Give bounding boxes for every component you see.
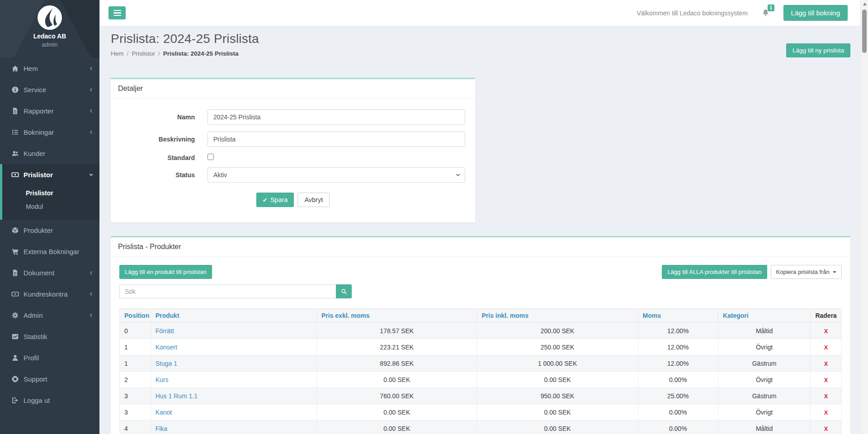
user-icon xyxy=(11,354,19,362)
col-kategori[interactable]: Kategori xyxy=(718,309,810,323)
sidebar-item-admin[interactable]: Admin xyxy=(0,305,99,326)
product-link[interactable]: Förrätt xyxy=(156,327,174,335)
sidebar-item-logga-ut[interactable]: Logga ut xyxy=(0,390,99,411)
add-new-pricelist-button[interactable]: Lägg till ny prislista xyxy=(786,43,850,57)
sidebar-item-label: Logga ut xyxy=(24,396,50,404)
sidebar-subitem-modul[interactable]: Modul xyxy=(2,200,99,213)
cell-price-excl: 0.00 SEK xyxy=(316,420,477,434)
cell-position: 2 xyxy=(120,372,151,388)
col-radera: Radera xyxy=(811,309,842,323)
table-row: 2 Kurs 0.00 SEK 0.00 SEK 0.00% Övrigt X xyxy=(120,372,842,388)
product-link[interactable]: Kurs xyxy=(156,376,169,383)
caret-down-icon xyxy=(833,271,836,273)
product-link[interactable]: Kanot xyxy=(156,409,172,416)
search-button[interactable] xyxy=(336,284,352,298)
delete-row-button[interactable]: X xyxy=(824,360,828,367)
name-label: Namn xyxy=(117,113,208,121)
cell-vat: 12.00% xyxy=(638,355,718,372)
status-label: Status xyxy=(117,171,208,179)
product-link[interactable]: Hus 1 Rum 1.1 xyxy=(156,392,198,400)
product-search xyxy=(119,284,352,298)
content-header: Prislista: 2024-25 Prislista Hem/Prislis… xyxy=(111,30,850,57)
products-panel-title: Prislista - Produkter xyxy=(111,237,850,257)
col-produkt[interactable]: Produkt xyxy=(151,309,316,323)
sidebar-item-support[interactable]: Support xyxy=(0,368,99,390)
delete-row-button[interactable]: X xyxy=(824,377,828,383)
add-all-products-button[interactable]: Lägg till ALLA produkter till prislistan xyxy=(662,265,767,279)
table-row: 1 Stuga 1 892.86 SEK 1 000.00 SEK 12.00%… xyxy=(120,355,842,372)
topbar: Välkommen till Ledaco bokningssystem 1 L… xyxy=(99,0,868,26)
cell-position: 1 xyxy=(120,355,151,372)
sidebar-item-label: Support xyxy=(24,375,47,383)
sidebar-item-prislistor[interactable]: Prislistor xyxy=(2,164,99,185)
description-label: Beskrivning xyxy=(117,136,208,143)
sidebar-item-dokument[interactable]: Dokument xyxy=(0,262,99,283)
sidebar-item-label: Externa Bokningar xyxy=(24,248,79,255)
sidebar-item-externa-bokningar[interactable]: Externa Bokningar xyxy=(0,241,99,262)
breadcrumb-home[interactable]: Hem xyxy=(111,50,124,57)
sidebar-item-kundreskontra[interactable]: Kundreskontra xyxy=(0,283,99,305)
delete-row-button[interactable]: X xyxy=(824,328,828,335)
sidebar-item-kunder[interactable]: Kunder xyxy=(0,143,99,164)
sidebar-item-label: Profil xyxy=(24,354,39,362)
pricelist-products-panel: Prislista - Produkter Lägg till en produ… xyxy=(111,236,850,434)
sidebar-item-label: Hem xyxy=(24,65,38,72)
cell-price-excl: 0.00 SEK xyxy=(316,372,477,388)
product-link[interactable]: Konsert xyxy=(156,344,177,351)
delete-row-button[interactable]: X xyxy=(824,425,828,432)
breadcrumb-prislistor[interactable]: Prislistor xyxy=(132,50,155,57)
status-select[interactable]: Aktiv xyxy=(208,167,465,183)
sidebar: Ledaco AB admin Hem Service Rapporter Bo… xyxy=(0,0,99,434)
add-product-button[interactable]: Lägg till en produkt till prislistan xyxy=(119,265,212,279)
brand-box: Ledaco AB admin xyxy=(0,0,99,58)
save-button[interactable]: ✔Spara xyxy=(256,193,294,207)
cell-price-excl: 760.00 SEK xyxy=(316,388,477,404)
document-icon xyxy=(11,269,19,277)
delete-row-button[interactable]: X xyxy=(824,344,828,351)
copy-pricelist-dropdown[interactable]: Kopiera prislista från xyxy=(771,265,842,279)
sidebar-item-bokningar[interactable]: Bokningar xyxy=(0,122,99,143)
vertical-scrollbar[interactable] xyxy=(860,0,868,434)
col-position[interactable]: Position xyxy=(120,309,151,323)
scroll-up-arrow-icon[interactable] xyxy=(863,3,867,5)
sidebar-item-profil[interactable]: Profil xyxy=(0,347,99,368)
sidebar-item-hem[interactable]: Hem xyxy=(0,58,99,79)
cell-category: Gästrum xyxy=(718,388,810,404)
standard-checkbox[interactable] xyxy=(208,154,214,160)
col-moms[interactable]: Moms xyxy=(638,309,718,323)
banknote-icon xyxy=(11,290,19,298)
sidebar-treeview-prislistor: Prislistor Prislistor Modul xyxy=(0,164,99,220)
product-link[interactable]: Fika xyxy=(156,425,167,432)
delete-row-button[interactable]: X xyxy=(824,393,828,400)
cell-position: 3 xyxy=(120,388,151,404)
sidebar-item-service[interactable]: Service xyxy=(0,79,99,100)
sidebar-item-statistik[interactable]: Statistik xyxy=(0,326,99,347)
description-field[interactable] xyxy=(208,132,465,147)
sidebar-toggle-button[interactable] xyxy=(108,6,126,19)
details-panel-title: Detaljer xyxy=(111,79,475,99)
sidebar-nav: Hem Service Rapporter Bokningar Kunder P… xyxy=(0,58,99,411)
add-booking-button[interactable]: Lägg till bokning xyxy=(783,5,848,21)
notifications-button[interactable]: 1 xyxy=(760,7,771,19)
sidebar-item-rapporter[interactable]: Rapporter xyxy=(0,100,99,122)
col-pris-inkl[interactable]: Pris inkl. moms xyxy=(477,309,638,323)
scrollbar-thumb[interactable] xyxy=(862,9,867,53)
sidebar-item-label: Kunder xyxy=(24,150,45,157)
delete-row-button[interactable]: X xyxy=(824,409,828,416)
name-field[interactable] xyxy=(208,109,465,125)
product-link[interactable]: Stuga 1 xyxy=(156,360,177,367)
check-icon: ✔ xyxy=(263,197,268,203)
cell-price-excl: 223.21 SEK xyxy=(316,339,477,355)
welcome-text: Välkommen till Ledaco bokningssystem xyxy=(637,9,747,17)
cancel-button[interactable]: Avbryt xyxy=(297,193,330,207)
standard-label: Standard xyxy=(117,154,208,161)
sidebar-subitem-prislistor[interactable]: Prislistor xyxy=(2,186,99,200)
col-pris-exkl[interactable]: Pris exkl. moms xyxy=(316,309,477,323)
users-icon xyxy=(11,150,19,157)
search-input[interactable] xyxy=(119,284,336,298)
table-row: 3 Kanot 0.00 SEK 0.00 SEK 0.00% Övrigt X xyxy=(120,404,842,420)
cell-vat: 0.00% xyxy=(638,404,718,420)
sidebar-item-produkter[interactable]: Produkter xyxy=(0,220,99,241)
cell-price-incl: 0.00 SEK xyxy=(477,404,638,420)
sidebar-item-label: Produkter xyxy=(24,226,53,234)
